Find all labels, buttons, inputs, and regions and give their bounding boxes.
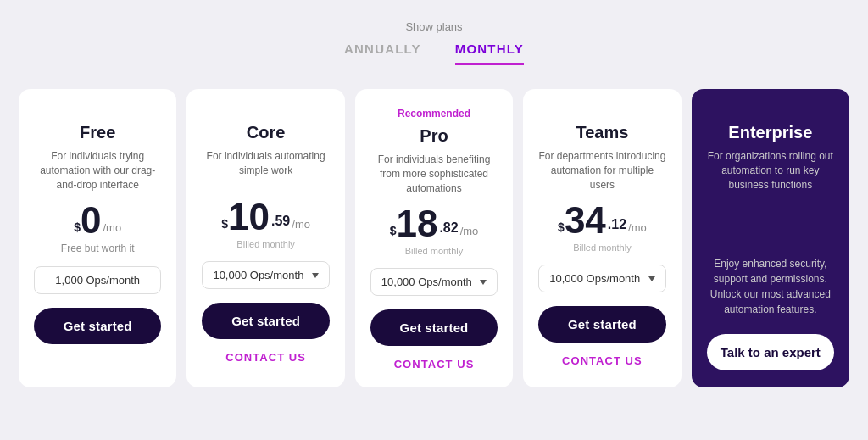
show-plans-label: Show plans xyxy=(405,20,462,33)
price-cents: .59 xyxy=(271,214,290,229)
ops-dropdown-teams[interactable]: 10,000 Ops/month xyxy=(538,265,665,292)
plan-core-desc: For individuals automating simple work xyxy=(202,149,329,188)
price-main: 10 xyxy=(228,198,270,236)
price-main: 34 xyxy=(565,202,606,239)
price-period: /mo xyxy=(292,218,310,231)
enterprise-enhanced-desc: Enjoy enhanced security, support and per… xyxy=(707,256,834,317)
price-symbol: $ xyxy=(221,217,228,231)
ops-label: 10,000 Ops/month xyxy=(549,272,640,285)
price-main: 0 xyxy=(81,202,101,239)
plan-teams-name: Teams xyxy=(576,123,628,142)
plan-pro-desc: For individuals benefiting from more sop… xyxy=(370,153,498,195)
tab-annually[interactable]: ANNUALLY xyxy=(344,42,421,65)
talk-to-expert-button[interactable]: Talk to an expert xyxy=(707,334,834,370)
ops-label: 10,000 Ops/month xyxy=(213,269,303,281)
plan-pro: Recommended Pro For individuals benefiti… xyxy=(355,89,513,387)
get-started-free[interactable]: Get started xyxy=(34,308,161,344)
plan-teams-price: $ 34 .12 /mo xyxy=(558,202,647,239)
plan-pro-price: $ 18 .82 /mo xyxy=(390,205,479,242)
ops-dropdown-pro[interactable]: 10,000 Ops/month xyxy=(370,268,498,296)
get-started-teams[interactable]: Get started xyxy=(538,306,665,343)
plan-core-price: $ 10 .59 /mo xyxy=(221,198,310,236)
plan-free-price: $ 0 /mo xyxy=(74,202,121,239)
plan-pro-name: Pro xyxy=(420,126,448,146)
ops-label: 10,000 Ops/month xyxy=(381,276,472,288)
price-symbol: $ xyxy=(558,220,565,234)
recommended-label: Recommended xyxy=(398,108,470,123)
ops-dropdown-core[interactable]: 10,000 Ops/month xyxy=(202,261,329,289)
billed-note: Billed monthly xyxy=(236,239,294,249)
get-started-core[interactable]: Get started xyxy=(202,303,329,339)
get-started-pro[interactable]: Get started xyxy=(370,309,498,346)
chevron-down-icon xyxy=(312,273,319,278)
billed-note: Billed monthly xyxy=(405,246,463,256)
ops-label: 1,000 Ops/month xyxy=(55,274,140,287)
plan-core-name: Core xyxy=(247,123,286,142)
plan-enterprise-desc: For organizations rolling out automation… xyxy=(707,149,834,192)
chevron-down-icon xyxy=(648,276,655,281)
plan-enterprise: Enterprise For organizations rolling out… xyxy=(692,89,849,387)
price-cents: .12 xyxy=(608,217,626,232)
plan-free-desc: For individuals trying automation with o… xyxy=(34,149,161,192)
price-period: /mo xyxy=(628,221,647,234)
plan-teams-desc: For departments introducing automation f… xyxy=(538,149,665,192)
billed-note: Billed monthly xyxy=(573,242,631,253)
plan-teams: Teams For departments introducing automa… xyxy=(523,89,681,387)
chevron-down-icon xyxy=(480,280,487,285)
plan-core: Core For individuals automating simple w… xyxy=(186,89,344,387)
ops-selector-free: 1,000 Ops/month xyxy=(34,266,161,294)
price-symbol: $ xyxy=(74,220,81,234)
price-period: /mo xyxy=(460,225,479,237)
plan-free: Free For individuals trying automation w… xyxy=(19,89,176,387)
plans-container: Free For individuals trying automation w… xyxy=(19,89,849,387)
price-main: 18 xyxy=(396,205,437,242)
price-cents: .82 xyxy=(439,220,458,236)
price-symbol: $ xyxy=(390,224,397,237)
price-period: /mo xyxy=(103,221,122,234)
contact-us-core[interactable]: CONTACT US xyxy=(225,351,306,364)
plan-enterprise-name: Enterprise xyxy=(728,123,812,142)
plan-free-name: Free xyxy=(80,123,115,142)
contact-us-pro[interactable]: CONTACT US xyxy=(394,358,475,370)
billing-toggle: ANNUALLY MONTHLY xyxy=(344,42,524,65)
tab-monthly[interactable]: MONTHLY xyxy=(455,42,524,65)
billed-note: Free but worth it xyxy=(61,242,135,254)
contact-us-teams[interactable]: CONTACT US xyxy=(562,354,643,367)
